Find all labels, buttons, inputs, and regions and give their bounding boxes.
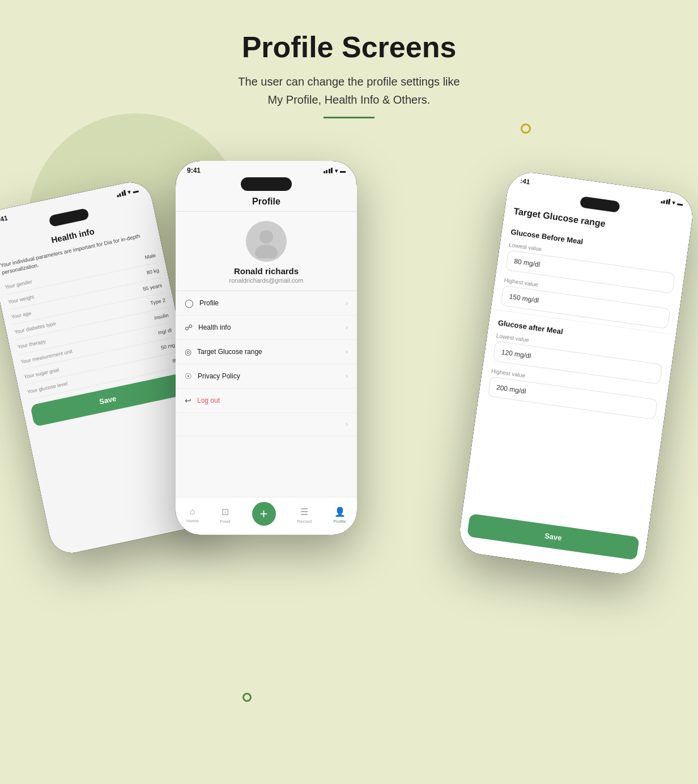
wifi-icon: ▾ (127, 189, 131, 195)
nav-food[interactable]: ⊡ Food (220, 506, 230, 524)
person-icon: ◯ (185, 299, 194, 308)
profile-screen-title: Profile (176, 194, 357, 212)
battery-icon-right: ▬ (677, 200, 683, 207)
avatar (246, 221, 287, 262)
wifi-icon-center: ▾ (335, 168, 338, 174)
chevron-right-icon: › (346, 299, 348, 307)
status-icons: ▾ ▬ (116, 187, 139, 198)
profile-name: Ronald richards (234, 266, 299, 276)
chevron-right-icon: › (346, 420, 348, 428)
phone-center-screen: 9:41 ▾ ▬ Profile (176, 161, 357, 535)
shield-icon: ☉ (185, 372, 192, 381)
menu-item-glucose[interactable]: ◎ Target Glucose range › (176, 340, 357, 364)
page-subtitle: The user can change the profile settings… (0, 73, 698, 109)
nav-home[interactable]: ⌂ Home (186, 506, 198, 523)
add-button[interactable]: + (252, 502, 276, 526)
chevron-right-icon: › (346, 323, 348, 331)
nav-record[interactable]: ☰ Record (297, 506, 312, 524)
menu-item-health[interactable]: ☍ Health info › (176, 316, 357, 340)
status-icons-right: ▾ ▬ (661, 198, 684, 207)
profile-email: ronaldrichards@gmail.com (229, 277, 304, 284)
svg-point-0 (259, 230, 273, 244)
phones-container: 9:41 ▾ ▬ ‹ Health info Your individual p… (0, 130, 698, 668)
header-divider (324, 117, 374, 118)
chevron-right-icon: › (346, 348, 348, 356)
menu-item-logout[interactable]: ↩ Log out (176, 389, 357, 413)
signal-icon-right (661, 198, 671, 204)
food-icon: ⊡ (222, 506, 229, 517)
phone-right: :41 ▾ ▬ Target Glucose range Glucose Bef… (457, 170, 695, 577)
wifi-icon-right: ▾ (672, 199, 675, 206)
chevron-right-icon: › (346, 372, 348, 380)
profile-icon: 👤 (334, 506, 346, 517)
page-title: Profile Screens (0, 31, 698, 63)
target-icon: ◎ (185, 347, 191, 356)
phone-center: 9:41 ▾ ▬ Profile (176, 161, 357, 535)
dynamic-island (241, 177, 292, 191)
signal-icon (116, 190, 126, 197)
battery-icon-center: ▬ (340, 168, 346, 174)
page-header: Profile Screens The user can change the … (0, 0, 698, 130)
status-bar-center: 9:41 ▾ ▬ (176, 161, 357, 177)
status-icons-center: ▾ ▬ (324, 168, 346, 174)
avatar-icon (249, 224, 283, 258)
menu-item-privacy[interactable]: ☉ Privacy Policy › (176, 364, 357, 389)
signal-icon-center (324, 168, 333, 173)
nav-profile[interactable]: 👤 Profile (333, 506, 346, 524)
profile-avatar-area: Ronald richards ronaldrichards@gmail.com (176, 212, 357, 291)
health-icon: ☍ (185, 323, 193, 332)
logout-icon: ↩ (185, 396, 191, 405)
menu-item-extra[interactable]: › (176, 413, 357, 436)
home-icon: ⌂ (190, 506, 195, 517)
menu-item-profile[interactable]: ◯ Profile › (176, 291, 357, 316)
svg-point-1 (255, 245, 278, 258)
bottom-nav: ⌂ Home ⊡ Food + ☰ Record 👤 Profile (176, 497, 357, 535)
bg-dot-green (242, 693, 252, 702)
record-icon: ☰ (300, 506, 308, 517)
battery-icon: ▬ (132, 187, 139, 194)
save-button-glucose[interactable]: Save (467, 514, 640, 561)
phone-right-screen: :41 ▾ ▬ Target Glucose range Glucose Bef… (457, 170, 695, 577)
